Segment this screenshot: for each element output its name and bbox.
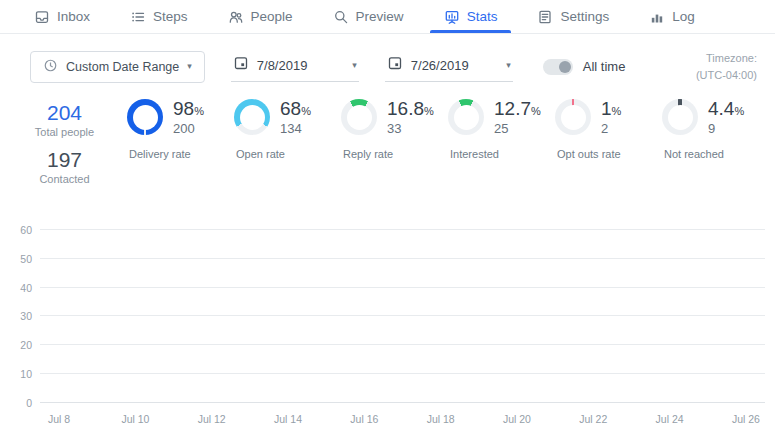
day-slot-jul-24: Jul 24 (651, 215, 689, 403)
toggle-knob[interactable] (559, 61, 571, 73)
stat-count: 134 (280, 121, 311, 136)
day-slot-jul-26: Jul 26 (727, 215, 765, 403)
people-icon (228, 9, 244, 25)
y-axis-tick-50: 50 (20, 253, 32, 265)
percent-sign: % (734, 105, 744, 117)
stat-percent: 1% (601, 99, 621, 119)
stat-card-reply-rate: 16.8%33Reply rate (341, 99, 442, 160)
nav-item-inbox[interactable]: Inbox (14, 0, 110, 33)
stat-cards: 98%200Delivery rate68%134Open rate16.8%3… (127, 99, 763, 160)
donut-hole (454, 105, 479, 130)
stat-label: Reply rate (341, 148, 442, 160)
nav-item-steps[interactable]: Steps (110, 0, 208, 33)
steps-icon (130, 9, 146, 25)
stats-icon (444, 9, 460, 25)
all-time-label: All time (583, 59, 626, 74)
day-slot-jul-9 (78, 215, 116, 403)
filter-bar: Custom Date Range ▾ 7/8/2019 ▾ 7/26/2019… (0, 50, 775, 83)
day-slot-jul-10: Jul 10 (116, 215, 154, 403)
date-range-label: Custom Date Range (66, 60, 179, 74)
stat-percent: 4.4% (708, 99, 744, 119)
day-slot-jul-15 (307, 215, 345, 403)
day-slot-jul-18: Jul 18 (422, 215, 460, 403)
top-nav: InboxStepsPeoplePreviewStatsSettingsLog (0, 0, 775, 34)
total-people-label: Total people (30, 126, 99, 138)
stat-label: Interested (448, 148, 549, 160)
contacted-value: 197 (30, 148, 99, 171)
day-slot-jul-25 (689, 215, 727, 403)
toggle-track[interactable] (543, 59, 573, 75)
stat-card-open-rate: 68%134Open rate (234, 99, 335, 160)
percent-sign: % (194, 105, 204, 117)
nav-item-preview[interactable]: Preview (313, 0, 424, 33)
percent-sign: % (301, 105, 311, 117)
active-tab-underline (430, 30, 512, 33)
stat-count: 33 (387, 121, 434, 136)
day-slot-jul-23 (612, 215, 650, 403)
nav-item-stats[interactable]: Stats (424, 0, 518, 33)
x-axis-label: Jul 12 (198, 413, 226, 425)
stat-percent: 12.7% (494, 99, 541, 119)
stat-label: Not reached (662, 148, 763, 160)
calendar-icon (387, 55, 403, 75)
date-to-field[interactable]: 7/26/2019 ▾ (385, 51, 513, 82)
day-slot-jul-22: Jul 22 (574, 215, 612, 403)
all-time-toggle[interactable]: All time (543, 59, 626, 75)
stat-count: 200 (173, 121, 204, 136)
y-axis-tick-20: 20 (20, 339, 32, 351)
stats-row: 204 Total people 197 Contacted 98%200Del… (0, 99, 775, 185)
preview-icon (333, 9, 349, 25)
date-from-value: 7/8/2019 (257, 58, 344, 73)
donut-chart-not-reached (662, 99, 698, 135)
date-to-value: 7/26/2019 (411, 58, 498, 73)
y-axis-tick-0: 0 (26, 397, 32, 409)
x-axis-label: Jul 26 (732, 413, 760, 425)
day-slot-jul-21 (536, 215, 574, 403)
y-axis-tick-30: 30 (20, 310, 32, 322)
x-axis-label: Jul 14 (274, 413, 302, 425)
log-icon (649, 9, 665, 25)
donut-chart-interested (448, 99, 484, 135)
chevron-down-icon: ▾ (187, 62, 192, 71)
nav-item-label: Steps (153, 9, 188, 24)
day-slot-jul-17 (383, 215, 421, 403)
contacted-label: Contacted (30, 173, 99, 185)
nav-item-log[interactable]: Log (629, 0, 715, 33)
day-slot-jul-20: Jul 20 (498, 215, 536, 403)
date-from-field[interactable]: 7/8/2019 ▾ (231, 51, 359, 82)
y-axis-tick-60: 60 (20, 224, 32, 236)
nav-item-people[interactable]: People (208, 0, 313, 33)
x-axis-label: Jul 18 (427, 413, 455, 425)
day-slot-jul-19 (460, 215, 498, 403)
day-slot-jul-13 (231, 215, 269, 403)
bar-slots: Jul 8Jul 10Jul 12Jul 14Jul 16Jul 18Jul 2… (40, 215, 765, 403)
x-axis-label: Jul 20 (503, 413, 531, 425)
x-axis-label: Jul 22 (579, 413, 607, 425)
stat-label: Delivery rate (127, 148, 228, 160)
stat-percent: 98% (173, 99, 204, 119)
stat-label: Opt outs rate (555, 148, 656, 160)
people-summary: 204 Total people 197 Contacted (30, 101, 99, 185)
chart-plot: 0102030405060Jul 8Jul 10Jul 12Jul 14Jul … (40, 215, 765, 403)
donut-chart-reply-rate (341, 99, 377, 135)
nav-item-settings[interactable]: Settings (517, 0, 629, 33)
donut-chart-open-rate (234, 99, 270, 135)
chevron-down-icon: ▾ (506, 61, 511, 70)
nav-item-label: Stats (467, 9, 498, 24)
custom-date-range-select[interactable]: Custom Date Range ▾ (30, 51, 205, 83)
day-slot-jul-12: Jul 12 (193, 215, 231, 403)
donut-hole (240, 105, 265, 130)
x-axis-label: Jul 10 (121, 413, 149, 425)
timezone-info: Timezone: (UTC-04:00) (696, 50, 757, 83)
day-slot-jul-16: Jul 16 (345, 215, 383, 403)
day-slot-jul-8: Jul 8 (40, 215, 78, 403)
y-axis-tick-10: 10 (20, 368, 32, 380)
nav-item-label: Preview (356, 9, 404, 24)
x-axis-label: Jul 24 (656, 413, 684, 425)
donut-hole (133, 105, 158, 130)
x-axis-label: Jul 16 (350, 413, 378, 425)
donut-chart-delivery-rate (127, 99, 163, 135)
settings-icon (537, 9, 553, 25)
nav-item-label: Inbox (57, 9, 90, 24)
stat-card-opt-outs-rate: 1%2Opt outs rate (555, 99, 656, 160)
